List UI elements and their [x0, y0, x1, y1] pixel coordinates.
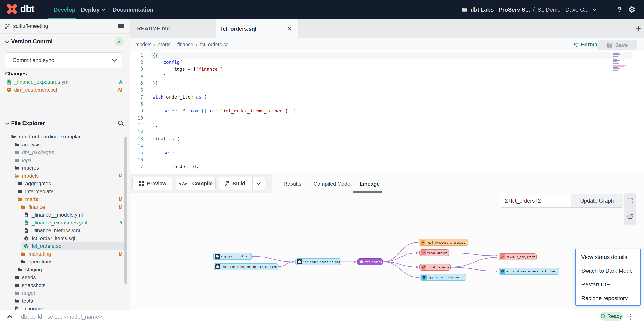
breadcrumb-separator: › [154, 42, 156, 48]
tree-item-marts[interactable]: martsM [0, 195, 130, 203]
nav-develop-active-underline [48, 18, 76, 19]
menu-item-reclone-repository[interactable]: Reclone repository [576, 291, 640, 305]
lineage-node-int_order_items_joined[interactable]: int_order_items_joined [296, 258, 341, 265]
commit-and-sync-button[interactable]: Commit and sync [5, 52, 122, 68]
reset-view-icon[interactable]: ↺ [624, 210, 636, 223]
lineage-canvas[interactable] [130, 193, 644, 310]
lineage-node-label: int_line_items_amounts_calculated [221, 265, 276, 268]
tree-item-macros[interactable]: macros [0, 164, 130, 172]
line-number: 16 [130, 156, 143, 164]
cube-icon [359, 259, 364, 264]
tree-item-aggregates[interactable]: aggregates [0, 180, 130, 188]
lineage-node-fct_orders[interactable]: fct_orders [357, 258, 383, 265]
lineage-selector-input[interactable]: 2+fct_orders+2 [500, 194, 571, 208]
code-content[interactable]: {{ config( tags = ['finance'] )}}with or… [152, 52, 296, 170]
tree-item-models[interactable]: modelsM [0, 172, 130, 180]
lineage-node-agg_customer_orders__all_time[interactable]: agg_customer_orders__all_time [498, 268, 559, 274]
sparkles-icon [572, 42, 578, 48]
tree-item--finance-exposures-yml[interactable]: _finance_exposures.ymlA [0, 219, 130, 227]
tree-item-finance[interactable]: financeM [0, 203, 130, 211]
lineage-node-real_exposure_i_promise[interactable]: real_exposure_i_promise [419, 239, 468, 246]
editor-scrollbar[interactable] [638, 52, 638, 174]
tree-item-fct-order-items-sql[interactable]: fct_order_items.sql [0, 234, 130, 242]
lineage-node-revenue_per_order[interactable]: revenue_per_order [498, 254, 537, 260]
tree-item-fct-orders-sql[interactable]: fct_orders.sql [0, 242, 130, 250]
version-control-header[interactable]: Version Control 2 [0, 34, 130, 50]
code-line-17: order_id, [152, 163, 296, 170]
compile-button[interactable]: </> Compile [176, 177, 216, 190]
commit-options-chevron[interactable] [107, 53, 122, 68]
tree-item-label: logs [22, 157, 32, 163]
nav-develop[interactable]: Develop [54, 0, 76, 19]
tree-item-label: models [22, 173, 38, 179]
code-editor[interactable]: 1234567891011121314151617 {{ config( tag… [130, 52, 644, 174]
line-number: 14 [130, 142, 143, 150]
tree-item--finance-metrics-yml[interactable]: _finance_metrics.yml [0, 226, 130, 234]
project-name[interactable]: SL Demo - Dave C... [538, 6, 589, 13]
changed-file-_finance_exposures.yml[interactable]: _finance_exposures.ymlA [0, 78, 130, 86]
status-badge: Ready [600, 312, 623, 321]
search-icon[interactable] [118, 120, 124, 126]
tab-compiled-code[interactable]: Compiled Code [314, 174, 350, 194]
format-button[interactable]: Format [572, 38, 599, 52]
tree-item-target[interactable]: target [0, 289, 130, 297]
tree-item-analysis[interactable]: analysis [0, 141, 130, 149]
changed-file-dim_customers.sql[interactable]: dim_customers.sqlM [0, 86, 130, 94]
tree-item--finance-models-yml[interactable]: _finance__models.yml [0, 211, 130, 219]
tree-item-rapid-onboarding-exemplar[interactable]: rapid-onboarding-exemplar [0, 133, 130, 141]
kebab-menu-icon[interactable]: ⋮ [626, 310, 634, 323]
tree-item-marketing[interactable]: marketingM [0, 250, 130, 258]
tab-fct-orders[interactable]: fct_orders.sql ✕ [216, 19, 298, 38]
lineage-node-int_line_items_amounts_calculated[interactable]: int_line_items_amounts_calculated [214, 263, 278, 270]
account-name[interactable]: dbt Labs - ProServ S... [470, 6, 530, 13]
build-options-chevron[interactable] [252, 177, 264, 190]
nav-deploy[interactable]: Deploy [81, 0, 106, 19]
tree-item-dbt-packages[interactable]: dbt_packages [0, 148, 130, 156]
save-button[interactable]: Save [597, 40, 637, 50]
file-explorer-header[interactable]: File Explorer [0, 117, 130, 130]
sidebar: sqlfluff-meeting Version Control 2 Commi… [0, 19, 130, 323]
close-icon[interactable]: ✕ [287, 26, 292, 32]
lineage-node-stg_tpch__orders[interactable]: stg_tpch__orders [213, 253, 252, 260]
gear-icon[interactable]: ⚙ [628, 5, 636, 14]
file-tree-scrollbar[interactable] [124, 137, 127, 284]
build-label: Build [232, 180, 245, 186]
chevron-down-icon[interactable] [592, 7, 597, 12]
tree-item-seeds[interactable]: seeds [0, 274, 130, 282]
menu-item-restart-ide[interactable]: Restart IDE [576, 278, 640, 291]
lineage-node-agg_regions_segments[interactable]: agg_regions_segments [420, 274, 466, 281]
menu-item-view-status-details[interactable]: View status details [576, 250, 640, 264]
update-graph-label: Update Graph [580, 198, 614, 204]
git-status-badge: M [119, 204, 122, 210]
menu-item-switch-to-dark-mode[interactable]: Switch to Dark Mode [576, 264, 640, 278]
lineage-node-total_orders[interactable]: total_orders [420, 249, 449, 256]
help-icon[interactable]: ? [618, 6, 622, 14]
tree-item-logs[interactable]: logs [0, 156, 130, 164]
build-button[interactable]: Build [219, 177, 265, 190]
tree-item-snapshots[interactable]: snapshots [0, 282, 130, 289]
docs-book-icon[interactable] [118, 23, 125, 30]
tree-item-operations[interactable]: operations [0, 258, 130, 266]
tab-lineage[interactable]: Lineage [360, 174, 380, 194]
folder-icon [14, 275, 20, 280]
tree-item-tests[interactable]: tests [0, 297, 130, 305]
metric-icon [421, 250, 426, 255]
code-line-14 [152, 142, 296, 150]
update-graph-button[interactable]: Update Graph [571, 194, 623, 208]
tree-item-intermediate[interactable]: intermediate [0, 188, 130, 196]
tree-item-staging[interactable]: staging [0, 266, 130, 274]
git-status-badge: A [119, 79, 122, 85]
tab-readme[interactable]: README.md [130, 19, 216, 38]
git-status-badge: M [119, 251, 122, 257]
fullscreen-icon[interactable] [624, 195, 636, 207]
tab-results[interactable]: Results [284, 174, 301, 194]
dbt-logo[interactable]: dbt [6, 3, 34, 15]
chevron-up-icon[interactable] [5, 310, 14, 323]
new-tab-button[interactable]: + [633, 19, 644, 38]
command-input[interactable]: dbt build --select <model_name> [14, 310, 592, 323]
nav-documentation[interactable]: Documentation [113, 0, 153, 19]
preview-button[interactable]: Preview [132, 177, 172, 190]
editor-minimap[interactable] [613, 53, 627, 74]
breadcrumb-separator: › [196, 42, 198, 48]
lineage-node-total_revenue[interactable]: total_revenue [420, 264, 450, 270]
